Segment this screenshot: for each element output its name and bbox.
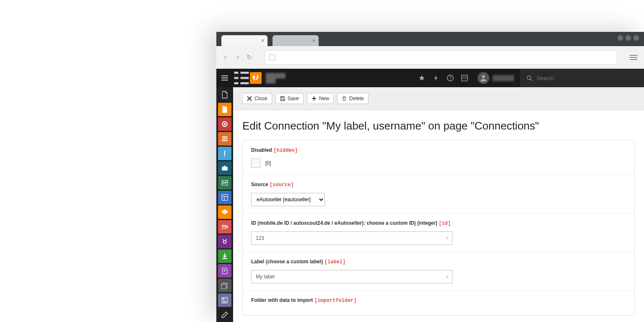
typo3-logo[interactable] <box>250 72 262 84</box>
url-bar[interactable] <box>265 50 617 65</box>
browser-tab-strip: × × <box>216 32 644 46</box>
checkbox-label: [0] <box>265 160 271 166</box>
module-menu <box>216 87 233 322</box>
save-label: Save <box>288 96 299 101</box>
content-area: Close Save New Delete Edi <box>233 87 644 322</box>
pagetree-toggle[interactable] <box>233 70 250 86</box>
svg-rect-1 <box>234 77 239 79</box>
svg-rect-33 <box>221 284 226 288</box>
bookmark-icon[interactable] <box>415 69 429 87</box>
close-icon <box>247 96 252 101</box>
module-item[interactable] <box>216 307 233 322</box>
list-icon[interactable] <box>457 69 472 87</box>
module-item[interactable] <box>216 234 233 249</box>
field-label-text: ID (mobile.de ID / autoscout24.de / eAut… <box>251 220 437 226</box>
svg-rect-5 <box>241 82 249 84</box>
tab-close-icon[interactable]: × <box>312 38 315 44</box>
search-input[interactable] <box>537 75 637 81</box>
svg-rect-35 <box>223 298 224 299</box>
svg-line-13 <box>530 79 532 80</box>
avatar <box>478 72 489 84</box>
module-item[interactable] <box>216 293 233 307</box>
module-item[interactable] <box>216 249 233 263</box>
close-label: Close <box>254 96 267 101</box>
window-controls <box>618 35 639 41</box>
browser-menu-button[interactable] <box>630 54 637 61</box>
svg-point-28 <box>224 225 226 227</box>
module-item[interactable] <box>216 175 233 190</box>
refresh-button[interactable]: ↻ <box>247 53 252 61</box>
svg-rect-3 <box>241 72 249 74</box>
module-item[interactable] <box>216 219 233 234</box>
module-item[interactable] <box>216 131 233 146</box>
id-input[interactable] <box>251 231 452 245</box>
window-control-dot[interactable] <box>618 35 623 41</box>
close-button[interactable]: Close <box>242 93 272 104</box>
svg-point-30 <box>223 240 226 243</box>
back-button[interactable]: ‹ <box>221 53 229 62</box>
field-id: ID (mobile.de ID / autoscout24.de / eAut… <box>243 213 634 252</box>
svg-rect-39 <box>281 96 283 98</box>
field-label-text: Source <box>251 182 268 187</box>
svg-rect-8 <box>462 75 467 81</box>
svg-rect-4 <box>241 77 249 79</box>
label-input[interactable] <box>251 270 452 283</box>
field-label-text: Disabled <box>251 147 272 153</box>
form-panel: Disabled [hidden] [0] Source [source] eA… <box>242 140 635 316</box>
svg-rect-40 <box>281 99 284 101</box>
svg-rect-22 <box>224 166 226 166</box>
svg-rect-24 <box>222 195 228 200</box>
svg-rect-31 <box>222 258 227 259</box>
module-item[interactable] <box>216 146 233 161</box>
clear-input-icon[interactable]: × <box>446 235 449 242</box>
disabled-checkbox[interactable] <box>251 158 260 168</box>
module-item[interactable] <box>216 117 233 131</box>
module-menu-toggle[interactable] <box>216 69 233 87</box>
tab-close-icon[interactable]: × <box>261 38 264 44</box>
module-item[interactable] <box>216 190 233 205</box>
module-item[interactable] <box>216 205 233 219</box>
flash-icon[interactable] <box>429 69 443 87</box>
module-item[interactable] <box>216 278 233 293</box>
search-box[interactable] <box>520 69 644 87</box>
delete-label: Delete <box>349 96 364 101</box>
save-icon <box>280 96 285 101</box>
plus-icon <box>312 96 317 101</box>
browser-tab-inactive[interactable]: × <box>273 35 319 46</box>
module-item[interactable] <box>216 161 233 175</box>
help-icon[interactable]: ? <box>443 69 457 87</box>
svg-rect-21 <box>222 166 228 170</box>
trash-icon <box>342 96 347 101</box>
field-label-text: Label (choose a custom label) <box>251 259 323 265</box>
field-key: [id] <box>439 221 451 226</box>
module-item[interactable] <box>216 102 233 117</box>
search-icon <box>527 75 532 81</box>
source-select[interactable]: eAutoseller [eautoseller] <box>251 193 325 206</box>
browser-toolbar: ‹ › ↻ <box>216 46 644 69</box>
window-control-dot[interactable] <box>634 35 639 41</box>
field-label: Label (choose a custom label) [label] × <box>243 252 634 291</box>
svg-rect-0 <box>234 72 239 74</box>
module-item[interactable] <box>216 263 233 278</box>
delete-button[interactable]: Delete <box>337 93 369 104</box>
clear-input-icon[interactable]: × <box>446 273 449 280</box>
field-label-text: Folder with data to import <box>251 297 313 303</box>
user-menu[interactable]: ██████ <box>472 72 520 84</box>
window-control-dot[interactable] <box>626 35 631 41</box>
field-key: [hidden] <box>273 148 298 153</box>
forward-button[interactable]: › <box>234 53 242 62</box>
svg-point-12 <box>527 75 531 79</box>
save-button[interactable]: Save <box>275 93 304 104</box>
svg-point-11 <box>482 75 485 78</box>
svg-rect-19 <box>224 151 225 155</box>
field-key: [label] <box>325 259 345 265</box>
svg-point-29 <box>226 226 228 228</box>
new-label: New <box>319 96 329 101</box>
browser-tab-active[interactable]: × <box>221 35 267 46</box>
page-title: Edit Connection "My label, username" on … <box>233 110 644 140</box>
module-item-page[interactable] <box>216 87 233 102</box>
new-button[interactable]: New <box>307 93 334 104</box>
svg-point-20 <box>224 155 226 156</box>
site-title: █████████ <box>266 73 286 83</box>
svg-point-27 <box>222 225 224 227</box>
